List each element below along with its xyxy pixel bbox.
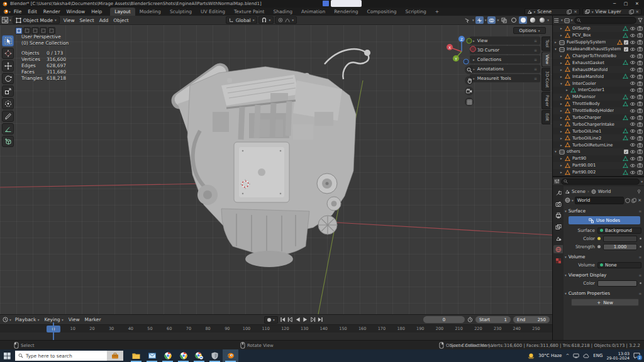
pin-icon[interactable] [636, 189, 641, 194]
language-indicator[interactable]: ENG [593, 353, 602, 358]
npanel-section-3d-cursor[interactable]: ▸3D Cursor≡ [470, 46, 540, 54]
remove-view-layer-icon[interactable]: ✕ [636, 9, 639, 14]
camera-visibility-toggle[interactable] [637, 143, 643, 148]
world-color-swatch[interactable] [603, 236, 637, 242]
collapse-arrow-icon[interactable]: ▾ [555, 47, 559, 51]
taskbar-search[interactable]: Type here to search [15, 351, 107, 361]
view-layer-selector[interactable]: ▾ View Layer ✕ [582, 8, 641, 15]
options-dropdown[interactable]: Options ▾ [513, 27, 546, 34]
notification-center-button[interactable]: 2 [633, 353, 640, 359]
hide-toggle[interactable] [630, 163, 636, 168]
expand-arrow-icon[interactable]: ▸ [560, 156, 565, 160]
expand-arrow-icon[interactable]: ▸ [560, 26, 565, 30]
outliner-row[interactable]: ▸ThrottleBody [553, 101, 644, 107]
properties-tab-view-layer[interactable] [553, 222, 563, 231]
taskbar-app-chrome-profile[interactable] [175, 349, 191, 362]
sidebar-tab-paper[interactable]: Paper [541, 92, 550, 109]
npanel-section-collections[interactable]: ▸Collections≡ [470, 55, 540, 63]
expand-arrow-icon[interactable]: ▸ [566, 88, 570, 92]
weather-label[interactable]: 30°C Haze [538, 353, 562, 358]
viewport-menu-object[interactable]: Object [111, 18, 131, 23]
animate-dot-icon[interactable] [640, 238, 641, 239]
tool-cursor[interactable] [2, 48, 14, 59]
menu-render[interactable]: Render [40, 8, 64, 16]
taskbar-app-security-app[interactable] [207, 349, 223, 362]
expand-arrow-icon[interactable]: ▸ [560, 129, 565, 133]
collapse-arrow-icon[interactable]: ▾ [560, 82, 565, 85]
menu-help[interactable]: Help [88, 8, 105, 16]
timeline-menu-marker[interactable]: Marker [82, 317, 104, 322]
taskbar-app-chrome-meet[interactable] [191, 349, 207, 362]
properties-tab-texture[interactable] [553, 256, 563, 265]
scene-selector[interactable]: ▾ Scene ✕ [525, 8, 580, 15]
hide-toggle[interactable] [630, 26, 636, 31]
camera-visibility-toggle[interactable] [637, 33, 643, 38]
hide-toggle[interactable] [630, 170, 636, 175]
camera-visibility-toggle[interactable] [637, 60, 643, 65]
xray-toggle[interactable] [500, 16, 508, 24]
properties-tab-world[interactable] [553, 245, 563, 253]
camera-visibility-toggle[interactable] [637, 94, 643, 99]
outliner-row[interactable]: ▸TurboChargerIntake [553, 121, 644, 128]
workspace-tab-shading[interactable]: Shading [269, 8, 296, 16]
pan-button[interactable] [465, 76, 474, 85]
hide-toggle[interactable] [630, 109, 636, 113]
editor-type-icon[interactable] [3, 317, 8, 322]
taskbar-app-mail[interactable] [144, 349, 160, 362]
workspace-tab-uv-editing[interactable]: UV Editing [196, 8, 230, 16]
hide-toggle[interactable] [630, 102, 636, 106]
camera-visibility-toggle[interactable] [637, 136, 643, 141]
blender-menu-icon[interactable] [3, 9, 9, 14]
camera-visibility-toggle[interactable] [637, 122, 643, 127]
outliner-search-field[interactable] [574, 17, 636, 24]
workspace-tab-compositing[interactable]: Compositing [362, 8, 401, 16]
camera-visibility-toggle[interactable] [637, 163, 643, 168]
jump-to-end-button[interactable] [318, 317, 323, 322]
add-workspace-button[interactable]: + [431, 8, 443, 16]
stopwatch-icon[interactable] [467, 317, 473, 322]
taskbar-app-chrome[interactable] [160, 349, 175, 362]
shading-rendered-button[interactable] [538, 16, 546, 24]
animate-dot-icon[interactable] [640, 282, 641, 284]
camera-view-button[interactable] [465, 87, 474, 96]
expand-arrow-icon[interactable]: ▸ [560, 61, 565, 65]
viewport-3d[interactable]: User Perspective (0) Scene Collection Ob… [0, 25, 552, 314]
timeline-ruler[interactable]: 0 01020304050607080901001101201301401501… [0, 324, 552, 332]
expand-arrow-icon[interactable]: ▸ [560, 170, 565, 174]
camera-visibility-toggle[interactable] [637, 87, 643, 92]
camera-visibility-toggle[interactable] [637, 108, 643, 113]
jump-to-start-button[interactable] [280, 317, 286, 322]
workspace-tab-animation[interactable]: Animation [297, 8, 330, 16]
workspace-tab-layout[interactable]: Layout [110, 8, 135, 16]
animate-dot-icon[interactable] [640, 246, 641, 248]
hide-toggle[interactable] [630, 150, 636, 154]
previous-keyframe-button[interactable] [287, 317, 293, 322]
workspace-tab-texture-paint[interactable]: Texture Paint [230, 8, 269, 16]
properties-tab-output[interactable] [553, 211, 563, 219]
camera-visibility-toggle[interactable] [637, 156, 643, 161]
outliner-row[interactable]: ▸IntakeManifold [553, 73, 644, 80]
mode-dropdown[interactable]: Object Mode ▾ [13, 16, 60, 24]
show-overlays-toggle[interactable] [487, 16, 496, 24]
properties-tab-render[interactable] [553, 200, 563, 208]
outliner-row[interactable]: ▾others✓ [553, 148, 644, 155]
auto-keying-toggle[interactable]: ▾ [264, 316, 278, 324]
taskbar-app-blender[interactable] [223, 349, 238, 362]
tool-scale[interactable] [2, 85, 14, 97]
tool-annotate[interactable] [2, 111, 14, 122]
network-icon[interactable] [573, 353, 579, 358]
object-visibility-dropdown[interactable] [463, 16, 471, 24]
camera-visibility-toggle[interactable] [637, 149, 643, 154]
hide-toggle[interactable] [630, 67, 636, 72]
collection-checkbox[interactable]: ✓ [624, 40, 628, 45]
fake-user-icon[interactable] [625, 198, 630, 203]
expand-arrow-icon[interactable]: ▸ [560, 68, 565, 72]
sidebar-tab-tool[interactable]: Tool [541, 36, 550, 51]
outliner-row[interactable]: ▸FuelSupplySystem✓ [553, 39, 644, 46]
outliner-row[interactable]: ▸Part90.001 [553, 162, 644, 169]
collection-checkbox[interactable]: ✓ [624, 150, 628, 154]
expand-arrow-icon[interactable]: ▸ [560, 95, 565, 99]
surface-shader-dropdown[interactable]: Background [597, 228, 641, 234]
unlink-icon[interactable]: ✕ [638, 198, 641, 203]
sidebar-tab-edit[interactable]: Edit [541, 110, 550, 124]
